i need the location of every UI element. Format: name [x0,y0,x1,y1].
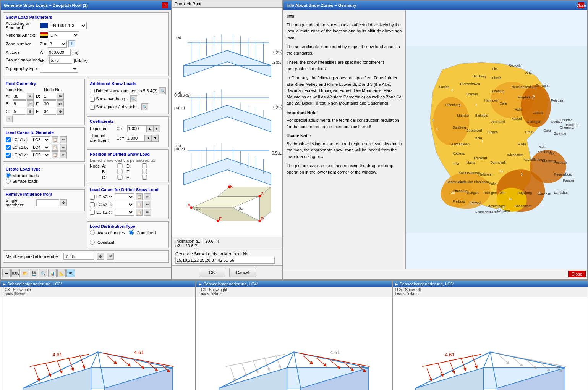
dlc3-copy-button[interactable]: 📋 [136,209,143,216]
load-cases-section: Load Cases to Generate LC s1,a: LC3 📋 ✏ [3,127,85,162]
node-d-pick-button[interactable]: ⊕ [57,93,64,100]
lc3-copy-button[interactable]: 📋 [52,151,58,158]
thermal-down-button[interactable]: ▼ [152,135,159,142]
toolbar-btn-1[interactable]: ⬅ [2,269,11,277]
dlc3-checkbox[interactable] [90,210,95,215]
exposure-down-button[interactable]: ▼ [153,125,160,132]
node-a-pick-button[interactable]: ⊕ [27,93,34,100]
dlc1-select[interactable] [115,193,134,200]
exposure-input[interactable] [127,125,146,132]
lc3-row: LC s1,c: LC5 📋 ✏ [6,151,82,158]
lc5-subtitle: LC5 : Snow leftLoads [kN/m²] [393,287,588,297]
lc1-edit-button[interactable]: ✏ [60,136,67,143]
germany-map-area[interactable]: 1 2 1 3 3 1a 2a 2a 2 3 Kiel Rostock Oder [406,10,587,269]
pos-e-checkbox[interactable] [139,169,150,174]
node-a-input[interactable] [13,93,26,100]
add-node-button[interactable]: + [6,116,13,122]
ground-snow-input[interactable] [49,57,72,64]
members-pick-button[interactable]: ⊕ [97,253,104,260]
pos-f-checkbox[interactable] [139,175,150,180]
annex-select[interactable]: DIN [49,31,79,39]
lc2-edit-button[interactable]: ✏ [60,144,67,151]
info-paragraph-1: The magnitude of the snow loads is affec… [287,22,402,41]
lc2-checkbox[interactable] [6,145,11,150]
dialog-close-button[interactable]: × [162,2,168,8]
node-f-pick-button[interactable]: ⊕ [57,108,64,115]
lc1-copy-button[interactable]: 📋 [52,136,58,143]
node-e-text: E [219,216,222,221]
pos-c-checkbox[interactable] [114,175,126,180]
dlc2-edit-button[interactable]: ✏ [144,201,151,208]
single-members-pick-button[interactable]: ⊕ [60,199,67,206]
lc3-edit-button[interactable]: ✏ [60,151,67,158]
toolbar-btn-7[interactable]: 📐 [57,269,66,277]
cancel-button[interactable]: Cancel [229,268,256,277]
dlc1-checkbox[interactable] [90,195,95,200]
generate-label: Generate Snow Loads on Members No. [175,251,279,256]
topography-select[interactable] [40,65,78,73]
axes-radio[interactable] [90,230,95,235]
standard-select[interactable]: EN 1991-1-3 [49,22,87,29]
zone-info-button[interactable]: i [68,40,75,47]
node-b-pick-button[interactable]: ⊕ [27,100,34,107]
node-c-input[interactable] [13,108,26,115]
node-c-pick-button[interactable]: ⊕ [27,108,34,115]
lc3-checkbox[interactable] [6,153,11,158]
dlc1-copy-button[interactable]: 📋 [136,193,143,200]
lc1-select[interactable]: LC3 [31,136,50,143]
member-loads-radio[interactable] [6,173,11,178]
lc2-copy-button[interactable]: 📋 [52,144,58,151]
dlc2-row: LC s2,b: 📋 ✏ [90,201,166,208]
snowguard-info-button[interactable]: 🔍 [141,103,148,110]
node-c-text: C [261,192,264,196]
drifted-snow-info-button[interactable]: 🔍 [159,87,166,94]
pos-a-checkbox[interactable] [114,163,126,168]
info-dialog-close-button[interactable]: Close [578,2,584,8]
svg-marker-11 [190,42,191,44]
dlc1-edit-button[interactable]: ✏ [144,193,151,200]
snowguard-checkbox[interactable] [90,105,95,110]
lc3-svg: 4.61 4.61 [0,297,195,390]
lc3-select[interactable]: LC5 [31,151,50,158]
toolbar-btn-5[interactable]: 🔍 [39,269,47,277]
single-members-input[interactable] [36,199,59,206]
members-parallel-input[interactable] [63,253,94,260]
thermal-up-button[interactable]: ▲ [145,135,152,142]
combined-radio[interactable] [129,230,134,235]
toolbar-btn-2[interactable]: 0.00 [11,269,20,277]
overhang-info-button[interactable]: 🔍 [130,95,137,102]
dlc2-copy-button[interactable]: 📋 [136,201,143,208]
node-e-pick-button[interactable]: ⊕ [57,100,64,107]
toolbar-btn-3[interactable]: 📂 [21,269,29,277]
drifted-snow-checkbox[interactable] [90,89,95,93]
thermal-input[interactable] [126,135,145,142]
constant-radio[interactable] [90,240,95,245]
surface-loads-radio[interactable] [6,179,11,184]
node-d-input[interactable] [43,93,56,100]
overhang-checkbox[interactable] [90,97,95,102]
lc2-select[interactable]: LC4 [31,144,50,151]
generate-members-input[interactable] [175,257,275,264]
lc1-checkbox[interactable] [6,137,11,142]
zone-3-label-south: 3 [521,172,523,176]
node-f-input[interactable] [43,108,56,115]
city-hannover: Hannover [484,98,499,102]
dlc2-select[interactable] [115,201,134,208]
toolbar-btn-6[interactable]: 📊 [48,269,57,277]
toolbar-visibility-button[interactable]: 👁 [66,269,75,277]
dlc2-checkbox[interactable] [90,202,95,207]
toolbar-btn-4[interactable]: 💾 [30,269,38,277]
node-b-input[interactable] [13,100,26,107]
altitude-input[interactable] [48,49,71,56]
dlc3-select[interactable] [115,209,134,216]
svg-line-70 [472,355,476,367]
pos-b-checkbox[interactable] [114,169,126,174]
ok-button[interactable]: OK [199,268,225,277]
pos-d-checkbox[interactable] [139,163,150,168]
members-view-button[interactable]: 👁 [107,253,114,260]
exposure-up-button[interactable]: ▲ [146,125,153,132]
info-close-button[interactable]: Close [568,271,586,277]
node-e-input[interactable] [43,100,56,107]
dlc3-edit-button[interactable]: ✏ [144,209,151,216]
zone-select[interactable]: 3 [48,40,67,48]
